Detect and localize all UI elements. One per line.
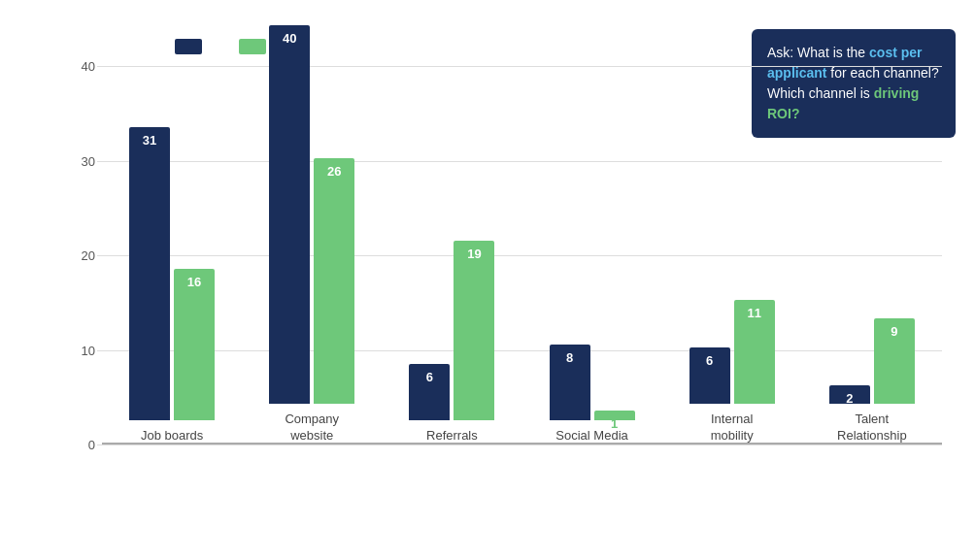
app-bar-1: 40	[269, 25, 310, 404]
bars-container: 3116Job boards4026Companywebsite619Refer…	[102, 66, 942, 445]
app-bar-4: 6	[689, 347, 730, 405]
bar-group-4: 611Internalmobility	[689, 300, 775, 445]
hire-bar-wrapper-4: 11	[734, 300, 775, 404]
legend-hires-swatch	[239, 39, 266, 54]
app-bar-wrapper-1: 40	[269, 25, 310, 404]
hire-bar-label-3: 1	[611, 416, 618, 431]
grid-line-0	[97, 445, 942, 445]
hire-bar-3: 1	[594, 411, 635, 420]
hire-bar-4: 11	[734, 300, 775, 404]
bars-row-5: 29	[829, 318, 915, 404]
bars-row-1: 4026	[269, 25, 354, 404]
bar-group-2: 619Referrals	[409, 241, 494, 445]
app-bar-wrapper-0: 31	[129, 127, 170, 420]
app-bar-wrapper-4: 6	[689, 347, 730, 405]
y-label-30: 30	[68, 153, 95, 168]
chart-area: 010203040 3116Job boards4026Companywebsi…	[68, 66, 942, 445]
y-label-20: 20	[68, 248, 95, 263]
bar-group-0: 3116Job boards	[129, 127, 215, 445]
hire-bar-0: 16	[174, 269, 215, 420]
app-bar-2: 6	[409, 364, 450, 421]
callout-text1: Ask: What is the	[767, 45, 869, 60]
x-label-4: Internalmobility	[711, 412, 754, 445]
app-bar-label-5: 2	[846, 391, 853, 406]
app-bar-wrapper-3: 8	[550, 345, 590, 420]
legend-applications	[175, 39, 210, 54]
y-label-0: 0	[68, 438, 95, 452]
x-label-1: Companywebsite	[285, 412, 339, 445]
hire-bar-wrapper-3: 1	[594, 411, 635, 420]
x-label-2: Referrals	[426, 428, 478, 445]
bar-group-5: 29TalentRelationship	[829, 318, 915, 445]
hire-bar-wrapper-0: 16	[174, 269, 215, 420]
chart-container: Ask: What is the cost per applicant for …	[0, 0, 975, 560]
bars-row-2: 619	[409, 241, 494, 420]
legend-applications-swatch	[175, 39, 202, 54]
hire-bar-2: 19	[454, 241, 494, 420]
app-bar-wrapper-5: 2	[829, 385, 870, 405]
app-bar-0: 31	[129, 127, 170, 420]
bar-group-1: 4026Companywebsite	[269, 25, 354, 445]
hire-bar-label-0: 16	[187, 275, 201, 289]
y-label-10: 10	[68, 343, 95, 357]
app-bar-5: 2	[829, 385, 870, 405]
hire-bar-1: 26	[314, 158, 354, 405]
app-bar-3: 8	[550, 345, 590, 420]
app-bar-label-2: 6	[426, 370, 433, 384]
hire-bar-wrapper-1: 26	[314, 158, 354, 405]
y-label-40: 40	[68, 59, 95, 74]
hire-bar-5: 9	[874, 318, 915, 404]
hire-bar-label-1: 26	[327, 164, 341, 179]
app-bar-label-4: 6	[706, 353, 713, 368]
x-label-0: Job boards	[141, 428, 203, 445]
app-bar-wrapper-2: 6	[409, 364, 450, 421]
bar-group-3: 81Social Media	[550, 345, 635, 445]
app-bar-label-3: 8	[566, 350, 573, 365]
hire-bar-wrapper-2: 19	[454, 241, 494, 420]
x-label-5: TalentRelationship	[837, 412, 907, 445]
app-bar-label-0: 31	[143, 133, 156, 148]
bars-row-3: 81	[550, 345, 635, 420]
bars-row-0: 3116	[129, 127, 215, 420]
hire-bar-wrapper-5: 9	[874, 318, 915, 404]
hire-bar-label-5: 9	[891, 324, 897, 339]
app-bar-label-1: 40	[283, 31, 296, 46]
hire-bar-label-4: 11	[747, 306, 760, 320]
hire-bar-label-2: 19	[467, 247, 481, 261]
bars-row-4: 611	[689, 300, 775, 404]
